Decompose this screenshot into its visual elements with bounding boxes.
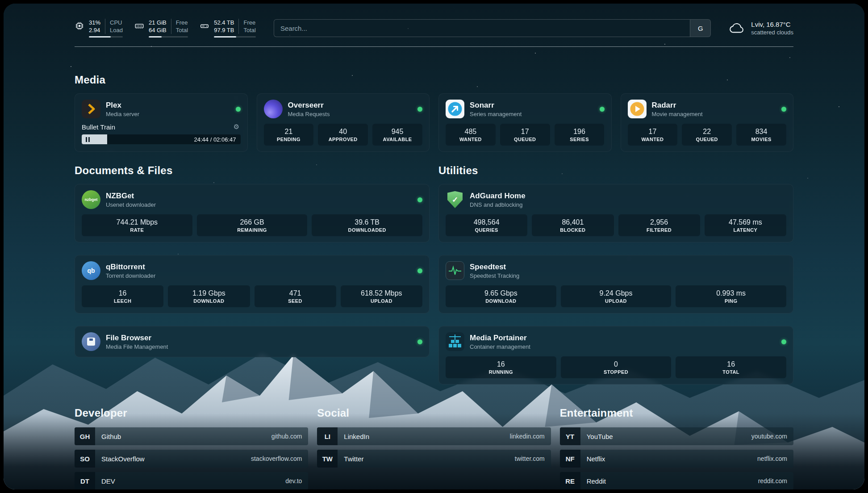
stat-box: 834 MOVIES bbox=[736, 124, 786, 146]
app-stats: 16 RUNNING 0 STOPPED 16 TOTAL bbox=[446, 356, 786, 378]
memory-total-label: Total bbox=[176, 26, 188, 34]
stat-value: 2,956 bbox=[620, 218, 698, 226]
filebrowser-app-link[interactable]: File Browser Media File Management bbox=[82, 332, 422, 351]
stat-box: 1.19 Gbps DOWNLOAD bbox=[168, 285, 250, 307]
sonarr-app-link[interactable]: Sonarr Series management bbox=[446, 100, 605, 118]
bookmark-stackoverflow[interactable]: SO StackOverflow stackoverflow.com bbox=[75, 450, 308, 468]
stat-box: 40 APPROVED bbox=[318, 124, 368, 146]
stat-box: 485 WANTED bbox=[446, 124, 496, 146]
bookmark-name: StackOverflow bbox=[101, 455, 145, 463]
plex-app-link[interactable]: Plex Media server bbox=[82, 100, 241, 118]
stat-value: 21 bbox=[266, 127, 312, 136]
app-description: Media File Management bbox=[106, 343, 168, 350]
bookmark-abbr: NF bbox=[560, 450, 580, 468]
qbittorrent-app-link[interactable]: qb qBittorrent Torrent downloader bbox=[82, 261, 422, 280]
app-description: Series management bbox=[470, 111, 522, 117]
stat-label: QUEUED bbox=[684, 137, 730, 142]
bookmark-twitter[interactable]: TW Twitter twitter.com bbox=[317, 450, 551, 468]
portainer-app-link[interactable]: Media Portainer Container management bbox=[446, 332, 786, 351]
stat-box: 16 LEECH bbox=[82, 285, 163, 307]
stat-label: TOTAL bbox=[677, 369, 785, 375]
stat-value: 9.24 Gbps bbox=[563, 289, 670, 297]
bookmark-linkedin[interactable]: LI LinkedIn linkedin.com bbox=[317, 427, 551, 445]
topbar: 31% 2.94 CPU Load bbox=[75, 16, 793, 40]
bookmark-name: DEV bbox=[101, 477, 115, 485]
pause-button[interactable] bbox=[86, 134, 90, 144]
app-description: Torrent downloader bbox=[106, 272, 155, 279]
bookmarks-social: Social LI LinkedIn linkedin.com TW Twitt… bbox=[317, 407, 551, 489]
app-name: qBittorrent bbox=[106, 263, 155, 272]
stat-box: 39.6 TB DOWNLOADED bbox=[312, 214, 422, 236]
bookmark-youtube[interactable]: YT YouTube youtube.com bbox=[560, 427, 793, 445]
dashboard-window: 31% 2.94 CPU Load bbox=[4, 4, 864, 489]
stat-value: 196 bbox=[556, 127, 603, 136]
stat-value: 0.993 ms bbox=[677, 289, 785, 297]
cpu-load-label: Load bbox=[110, 26, 123, 34]
playback-progress-bar[interactable]: 24:44 / 02:06:47 bbox=[82, 134, 241, 144]
settings-gear-icon[interactable]: ⚙ bbox=[233, 123, 241, 131]
app-name: Radarr bbox=[652, 101, 703, 110]
bookmark-netflix[interactable]: NF Netflix netflix.com bbox=[560, 450, 793, 468]
bookmark-github[interactable]: GH Github github.com bbox=[75, 427, 308, 445]
stat-value: 9.65 Gbps bbox=[447, 289, 555, 297]
radarr-app-link[interactable]: Radarr Movie management bbox=[628, 100, 787, 118]
overseerr-app-link[interactable]: Overseerr Media Requests bbox=[264, 100, 423, 118]
status-indicator bbox=[600, 107, 605, 112]
stat-box: 86,401 BLOCKED bbox=[532, 214, 613, 236]
bookmark-name: LinkedIn bbox=[344, 433, 369, 440]
search-engine-button[interactable]: G bbox=[690, 20, 710, 37]
portainer-icon bbox=[446, 332, 464, 351]
storage-total-label: Total bbox=[243, 26, 255, 34]
stat-label: QUEUED bbox=[502, 137, 548, 142]
stat-box: 21 PENDING bbox=[264, 124, 314, 146]
speedtest-app-link[interactable]: Speedtest Speedtest Tracking bbox=[446, 261, 786, 280]
stat-label: RATE bbox=[83, 227, 191, 233]
bookmark-abbr: YT bbox=[560, 427, 580, 445]
playback-time: 24:44 / 02:06:47 bbox=[194, 136, 236, 143]
disk-icon bbox=[200, 21, 209, 31]
bookmark-name: Github bbox=[101, 433, 121, 440]
app-name: Speedtest bbox=[470, 263, 519, 272]
stat-value: 22 bbox=[684, 127, 730, 136]
stat-value: 945 bbox=[374, 127, 421, 136]
search-input[interactable] bbox=[274, 20, 690, 37]
stat-box: 0.993 ms PING bbox=[676, 285, 786, 307]
sonarr-icon bbox=[446, 100, 464, 118]
weather-location: Lviv, 16.87°C bbox=[751, 21, 793, 28]
cpu-label: CPU bbox=[110, 19, 123, 26]
status-indicator bbox=[417, 197, 422, 202]
app-stats: 744.21 Mbps RATE 266 GB REMAINING 39.6 T… bbox=[82, 214, 422, 236]
stat-label: APPROVED bbox=[320, 137, 366, 142]
nzbget-icon: nzbget bbox=[82, 190, 100, 209]
stat-box: 47.569 ms LATENCY bbox=[705, 214, 786, 236]
stat-label: WANTED bbox=[447, 137, 494, 142]
stat-label: PING bbox=[677, 298, 785, 304]
stat-label: FILTERED bbox=[620, 227, 698, 233]
bookmark-abbr: DT bbox=[75, 472, 95, 489]
adguard-icon: ✓ bbox=[446, 190, 464, 209]
app-description: Media server bbox=[106, 111, 139, 117]
qbittorrent-icon-text: qb bbox=[87, 267, 95, 274]
bookmark-dev[interactable]: DT DEV dev.to bbox=[75, 472, 308, 489]
bookmark-reddit[interactable]: RE Reddit reddit.com bbox=[560, 472, 793, 489]
bookmark-name: Netflix bbox=[587, 455, 605, 463]
stat-box: 9.24 Gbps UPLOAD bbox=[561, 285, 672, 307]
stat-label: UPLOAD bbox=[563, 298, 670, 304]
stat-box: 16 TOTAL bbox=[676, 356, 786, 378]
shield-check-icon: ✓ bbox=[447, 191, 463, 208]
adguard-app-link[interactable]: ✓ AdGuard Home DNS and adblocking bbox=[446, 190, 786, 209]
bookmark-abbr: TW bbox=[317, 450, 338, 468]
memory-free-label: Free bbox=[176, 19, 188, 26]
section-title-utilities: Utilities bbox=[438, 164, 793, 177]
stat-box: 22 QUEUED bbox=[682, 124, 732, 146]
weather-condition: scattered clouds bbox=[751, 29, 793, 36]
app-stats: 17 WANTED 22 QUEUED 834 MOVIES bbox=[628, 124, 787, 146]
stat-value: 16 bbox=[447, 360, 555, 368]
bookmarks-developer: Developer GH Github github.com SO StackO… bbox=[75, 407, 308, 489]
bookmark-url: stackoverflow.com bbox=[251, 455, 302, 462]
memory-total: 64 GiB bbox=[149, 26, 167, 34]
app-card-plex: Plex Media server Bullet Train ⚙ 24:44 /… bbox=[75, 93, 248, 152]
nzbget-app-link[interactable]: nzbget NZBGet Usenet downloader bbox=[82, 190, 422, 209]
stat-value: 498,564 bbox=[447, 218, 526, 226]
search-bar: G bbox=[274, 19, 711, 37]
